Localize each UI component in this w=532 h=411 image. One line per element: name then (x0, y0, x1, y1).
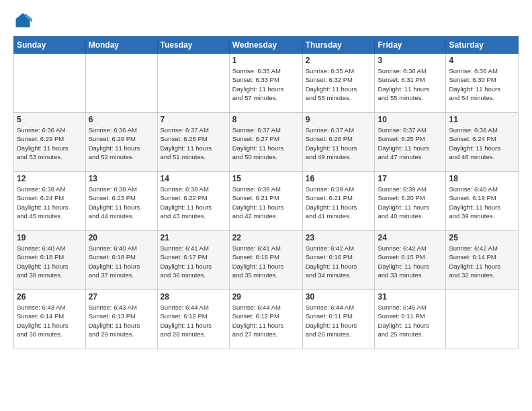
svg-marker-0 (16, 13, 30, 28)
weekday-header-wednesday: Wednesday (229, 37, 302, 54)
weekday-header-row: SundayMondayTuesdayWednesdayThursdayFrid… (14, 37, 519, 54)
day-info: Sunrise: 6:45 AM Sunset: 6:11 PM Dayligh… (378, 303, 443, 338)
calendar-day-2: 2Sunrise: 6:35 AM Sunset: 6:32 PM Daylig… (302, 54, 375, 113)
calendar-day-12: 12Sunrise: 6:38 AM Sunset: 6:24 PM Dayli… (14, 172, 86, 231)
calendar-day-9: 9Sunrise: 6:37 AM Sunset: 6:26 PM Daylig… (302, 113, 375, 172)
day-number: 30 (306, 292, 372, 302)
calendar-day-25: 25Sunrise: 6:42 AM Sunset: 6:14 PM Dayli… (446, 231, 519, 290)
day-number: 16 (306, 174, 372, 183)
calendar-day-1: 1Sunrise: 6:35 AM Sunset: 6:33 PM Daylig… (229, 54, 302, 113)
calendar-day-6: 6Sunrise: 6:36 AM Sunset: 6:29 PM Daylig… (85, 113, 157, 172)
day-info: Sunrise: 6:42 AM Sunset: 6:14 PM Dayligh… (449, 244, 515, 279)
day-info: Sunrise: 6:38 AM Sunset: 6:22 PM Dayligh… (161, 185, 226, 220)
day-number: 27 (89, 292, 154, 302)
calendar-day-21: 21Sunrise: 6:41 AM Sunset: 6:17 PM Dayli… (157, 231, 229, 290)
day-number: 26 (17, 292, 83, 302)
calendar-empty-cell (85, 54, 157, 113)
calendar-day-27: 27Sunrise: 6:43 AM Sunset: 6:13 PM Dayli… (85, 290, 157, 349)
day-number: 7 (161, 115, 226, 124)
day-number: 28 (161, 292, 226, 302)
day-info: Sunrise: 6:43 AM Sunset: 6:13 PM Dayligh… (89, 303, 154, 338)
day-info: Sunrise: 6:39 AM Sunset: 6:20 PM Dayligh… (378, 185, 443, 220)
day-info: Sunrise: 6:40 AM Sunset: 6:18 PM Dayligh… (89, 244, 154, 279)
calendar-day-23: 23Sunrise: 6:42 AM Sunset: 6:16 PM Dayli… (302, 231, 375, 290)
day-info: Sunrise: 6:35 AM Sunset: 6:32 PM Dayligh… (306, 66, 372, 102)
weekday-header-thursday: Thursday (302, 37, 375, 54)
day-info: Sunrise: 6:37 AM Sunset: 6:27 PM Dayligh… (232, 126, 300, 161)
calendar-day-3: 3Sunrise: 6:36 AM Sunset: 6:31 PM Daylig… (375, 54, 446, 113)
day-info: Sunrise: 6:42 AM Sunset: 6:16 PM Dayligh… (306, 244, 372, 279)
calendar-empty-cell (14, 54, 86, 113)
header (13, 11, 519, 30)
day-number: 10 (378, 115, 443, 124)
day-number: 6 (89, 115, 154, 124)
day-info: Sunrise: 6:36 AM Sunset: 6:31 PM Dayligh… (378, 66, 443, 102)
calendar-day-24: 24Sunrise: 6:42 AM Sunset: 6:15 PM Dayli… (375, 231, 446, 290)
day-info: Sunrise: 6:41 AM Sunset: 6:17 PM Dayligh… (161, 244, 226, 279)
day-number: 8 (232, 115, 300, 124)
day-number: 5 (17, 115, 83, 124)
calendar-empty-cell (157, 54, 229, 113)
calendar-day-10: 10Sunrise: 6:37 AM Sunset: 6:25 PM Dayli… (375, 113, 446, 172)
day-number: 24 (378, 233, 443, 242)
day-info: Sunrise: 6:38 AM Sunset: 6:24 PM Dayligh… (449, 126, 515, 161)
day-number: 18 (449, 174, 515, 183)
calendar-table: SundayMondayTuesdayWednesdayThursdayFrid… (13, 36, 519, 349)
calendar-day-5: 5Sunrise: 6:36 AM Sunset: 6:29 PM Daylig… (14, 113, 86, 172)
day-number: 12 (17, 174, 83, 183)
day-number: 3 (378, 56, 443, 65)
calendar-day-7: 7Sunrise: 6:37 AM Sunset: 6:28 PM Daylig… (157, 113, 229, 172)
calendar-day-31: 31Sunrise: 6:45 AM Sunset: 6:11 PM Dayli… (375, 290, 446, 349)
logo (13, 11, 35, 30)
calendar-week-row: 26Sunrise: 6:43 AM Sunset: 6:14 PM Dayli… (14, 290, 519, 349)
day-number: 22 (232, 233, 300, 242)
calendar-day-29: 29Sunrise: 6:44 AM Sunset: 6:12 PM Dayli… (229, 290, 302, 349)
calendar-day-20: 20Sunrise: 6:40 AM Sunset: 6:18 PM Dayli… (85, 231, 157, 290)
calendar-week-row: 12Sunrise: 6:38 AM Sunset: 6:24 PM Dayli… (14, 172, 519, 231)
day-number: 15 (232, 174, 300, 183)
calendar-day-17: 17Sunrise: 6:39 AM Sunset: 6:20 PM Dayli… (375, 172, 446, 231)
day-info: Sunrise: 6:44 AM Sunset: 6:12 PM Dayligh… (161, 303, 226, 338)
day-info: Sunrise: 6:43 AM Sunset: 6:14 PM Dayligh… (17, 303, 83, 338)
calendar-week-row: 5Sunrise: 6:36 AM Sunset: 6:29 PM Daylig… (14, 113, 519, 172)
day-info: Sunrise: 6:39 AM Sunset: 6:21 PM Dayligh… (306, 185, 372, 220)
weekday-header-sunday: Sunday (14, 37, 86, 54)
weekday-header-saturday: Saturday (446, 37, 519, 54)
day-info: Sunrise: 6:35 AM Sunset: 6:33 PM Dayligh… (232, 66, 300, 102)
calendar-day-16: 16Sunrise: 6:39 AM Sunset: 6:21 PM Dayli… (302, 172, 375, 231)
day-info: Sunrise: 6:40 AM Sunset: 6:19 PM Dayligh… (449, 185, 515, 220)
calendar-day-14: 14Sunrise: 6:38 AM Sunset: 6:22 PM Dayli… (157, 172, 229, 231)
day-info: Sunrise: 6:42 AM Sunset: 6:15 PM Dayligh… (378, 244, 443, 279)
day-number: 17 (378, 174, 443, 183)
calendar-week-row: 1Sunrise: 6:35 AM Sunset: 6:33 PM Daylig… (14, 54, 519, 113)
day-number: 11 (449, 115, 515, 124)
calendar-day-22: 22Sunrise: 6:41 AM Sunset: 6:16 PM Dayli… (229, 231, 302, 290)
day-info: Sunrise: 6:39 AM Sunset: 6:21 PM Dayligh… (232, 185, 300, 220)
logo-icon (13, 11, 32, 30)
day-number: 13 (89, 174, 154, 183)
day-info: Sunrise: 6:36 AM Sunset: 6:29 PM Dayligh… (17, 126, 83, 161)
page: SundayMondayTuesdayWednesdayThursdayFrid… (0, 0, 532, 411)
day-number: 4 (449, 56, 515, 65)
calendar-day-18: 18Sunrise: 6:40 AM Sunset: 6:19 PM Dayli… (446, 172, 519, 231)
day-number: 25 (449, 233, 515, 242)
calendar-day-30: 30Sunrise: 6:44 AM Sunset: 6:11 PM Dayli… (302, 290, 375, 349)
calendar-week-row: 19Sunrise: 6:40 AM Sunset: 6:18 PM Dayli… (14, 231, 519, 290)
calendar-day-26: 26Sunrise: 6:43 AM Sunset: 6:14 PM Dayli… (14, 290, 86, 349)
day-info: Sunrise: 6:44 AM Sunset: 6:12 PM Dayligh… (232, 303, 300, 338)
day-number: 20 (89, 233, 154, 242)
calendar-empty-cell (446, 290, 519, 349)
day-number: 29 (232, 292, 300, 302)
weekday-header-tuesday: Tuesday (157, 37, 229, 54)
day-info: Sunrise: 6:38 AM Sunset: 6:23 PM Dayligh… (89, 185, 154, 220)
day-info: Sunrise: 6:41 AM Sunset: 6:16 PM Dayligh… (232, 244, 300, 279)
day-info: Sunrise: 6:36 AM Sunset: 6:29 PM Dayligh… (89, 126, 154, 161)
calendar-day-19: 19Sunrise: 6:40 AM Sunset: 6:18 PM Dayli… (14, 231, 86, 290)
day-number: 23 (306, 233, 372, 242)
day-number: 1 (232, 56, 300, 65)
calendar-day-4: 4Sunrise: 6:36 AM Sunset: 6:30 PM Daylig… (446, 54, 519, 113)
day-info: Sunrise: 6:44 AM Sunset: 6:11 PM Dayligh… (306, 303, 372, 338)
day-number: 21 (161, 233, 226, 242)
calendar-day-28: 28Sunrise: 6:44 AM Sunset: 6:12 PM Dayli… (157, 290, 229, 349)
day-number: 2 (306, 56, 372, 65)
